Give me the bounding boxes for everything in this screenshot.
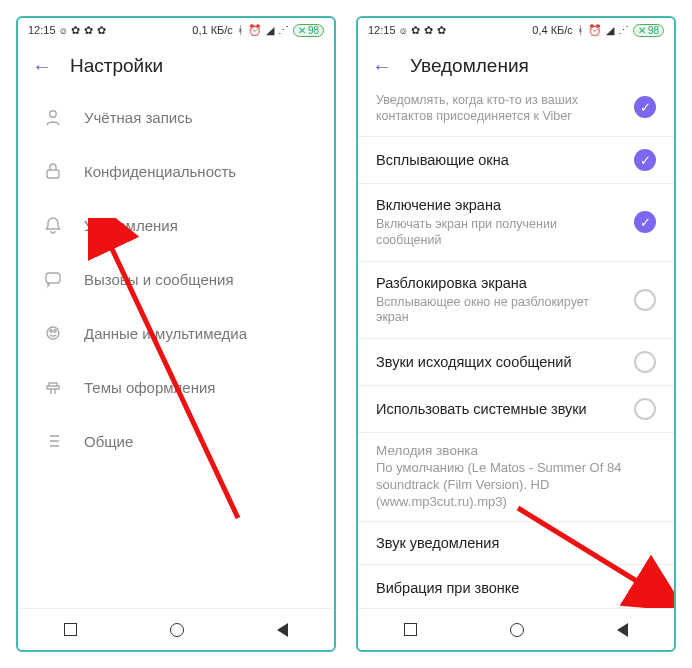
status-time: 12:15 — [368, 24, 396, 36]
status-bar: 12:15 ⌾ ✿ ✿ ✿ 0,4 КБ/с ᚼ ⏰ ◢ ⋰ ✕98 — [358, 18, 674, 42]
back-icon[interactable]: ← — [372, 56, 392, 76]
alarm-icon: ⏰ — [588, 24, 602, 37]
notif-item-sound[interactable]: Звук уведомления — [358, 521, 674, 565]
toggle-on-icon[interactable]: ✓ — [634, 96, 656, 118]
status-net: 0,4 КБ/с — [532, 24, 573, 36]
notif-sub: Уведомлять, когда кто-то из ваших контак… — [376, 93, 624, 124]
gear-icon: ✿ — [84, 24, 93, 37]
notif-item-popups[interactable]: Всплывающие окна ✓ — [358, 137, 674, 184]
settings-item-label: Данные и мультимедиа — [84, 325, 247, 342]
nav-home-icon[interactable] — [170, 623, 184, 637]
notif-sub: Всплывающее окно не разблокирует экран — [376, 295, 624, 326]
status-bar: 12:15 ⌾ ✿ ✿ ✿ 0,1 КБ/с ᚼ ⏰ ◢ ⋰ ✕98 — [18, 18, 334, 42]
alarm-icon: ⏰ — [248, 24, 262, 37]
svg-point-5 — [54, 330, 56, 332]
nav-recent-icon[interactable] — [404, 623, 417, 636]
settings-item-notifications[interactable]: Уведомления — [18, 198, 334, 252]
settings-item-account[interactable]: Учётная запись — [18, 90, 334, 144]
theme-icon — [42, 376, 64, 398]
account-icon — [42, 106, 64, 128]
notif-title: Разблокировка экрана — [376, 274, 624, 292]
wifi-icon: ⋰ — [278, 24, 289, 37]
ringtone-value[interactable]: По умолчанию (Le Matos - Summer Of 84 so… — [358, 460, 674, 521]
settings-item-label: Уведомления — [84, 217, 178, 234]
settings-item-general[interactable]: Общие — [18, 414, 334, 468]
notif-title: Всплывающие окна — [376, 151, 624, 169]
notif-title: Звук уведомления — [376, 534, 656, 552]
toggle-off-icon[interactable] — [634, 398, 656, 420]
settings-item-label: Вызовы и сообщения — [84, 271, 234, 288]
list-icon — [42, 430, 64, 452]
toggle-off-icon[interactable] — [634, 351, 656, 373]
status-time: 12:15 — [28, 24, 56, 36]
bluetooth-icon: ᚼ — [577, 24, 584, 36]
svg-point-3 — [47, 327, 59, 339]
notif-item-contact-joined[interactable]: Уведомлять, когда кто-то из ваших контак… — [358, 90, 674, 137]
notif-sub: Включать экран при получении сообщений — [376, 217, 624, 248]
nav-recent-icon[interactable] — [64, 623, 77, 636]
battery-indicator: ✕98 — [293, 24, 324, 37]
gear-icon: ✿ — [437, 24, 446, 37]
android-navbar — [358, 608, 674, 650]
notif-item-outgoing-sounds[interactable]: Звуки исходящих сообщений — [358, 339, 674, 386]
toggle-off-icon[interactable] — [634, 289, 656, 311]
toggle-on-icon[interactable]: ✓ — [634, 149, 656, 171]
nav-back-icon[interactable] — [617, 623, 628, 637]
bell-icon — [42, 214, 64, 236]
notif-title: Включение экрана — [376, 196, 624, 214]
gear-icon: ✿ — [411, 24, 420, 37]
signal-icon: ◢ — [266, 24, 274, 37]
settings-item-media[interactable]: Данные и мультимедиа — [18, 306, 334, 360]
page-title: Настройки — [70, 55, 163, 77]
bluetooth-icon: ᚼ — [237, 24, 244, 36]
nav-back-icon[interactable] — [277, 623, 288, 637]
notif-item-vibrate[interactable]: Вибрация при звонке ✓ — [358, 565, 674, 608]
svg-rect-1 — [47, 170, 59, 178]
phone-right: 12:15 ⌾ ✿ ✿ ✿ 0,4 КБ/с ᚼ ⏰ ◢ ⋰ ✕98 ← Уве… — [356, 16, 676, 652]
signal-icon: ◢ — [606, 24, 614, 37]
notif-item-unlock[interactable]: Разблокировка экрана Всплывающее окно не… — [358, 262, 674, 339]
battery-indicator: ✕98 — [633, 24, 664, 37]
notif-title: Вибрация при звонке — [376, 579, 624, 597]
svg-point-4 — [50, 330, 52, 332]
gear-icon: ✿ — [97, 24, 106, 37]
toggle-on-icon[interactable]: ✓ — [634, 577, 656, 599]
settings-item-label: Общие — [84, 433, 133, 450]
settings-item-label: Темы оформления — [84, 379, 215, 396]
settings-item-label: Учётная запись — [84, 109, 193, 126]
ringtone-header: Мелодия звонка — [358, 433, 674, 460]
settings-item-themes[interactable]: Темы оформления — [18, 360, 334, 414]
svg-point-0 — [50, 111, 56, 117]
appbar: ← Настройки — [18, 42, 334, 90]
settings-item-calls[interactable]: Вызовы и сообщения — [18, 252, 334, 306]
gear-icon: ✿ — [424, 24, 433, 37]
lock-icon — [42, 160, 64, 182]
page-title: Уведомления — [410, 55, 529, 77]
chat-icon — [42, 268, 64, 290]
settings-item-label: Конфиденциальность — [84, 163, 236, 180]
gear-icon: ✿ — [71, 24, 80, 37]
nav-home-icon[interactable] — [510, 623, 524, 637]
notifications-list: Уведомлять, когда кто-то из ваших контак… — [358, 90, 674, 608]
svg-rect-2 — [46, 273, 60, 283]
notif-title: Звуки исходящих сообщений — [376, 353, 624, 371]
notif-item-screenon[interactable]: Включение экрана Включать экран при полу… — [358, 184, 674, 261]
whatsapp-icon: ⌾ — [400, 24, 407, 36]
status-net: 0,1 КБ/с — [192, 24, 233, 36]
media-icon — [42, 322, 64, 344]
settings-list: Учётная запись Конфиденциальность Уведом… — [18, 90, 334, 608]
settings-item-privacy[interactable]: Конфиденциальность — [18, 144, 334, 198]
appbar: ← Уведомления — [358, 42, 674, 90]
notif-item-system-sounds[interactable]: Использовать системные звуки — [358, 386, 674, 433]
wifi-icon: ⋰ — [618, 24, 629, 37]
notif-title: Использовать системные звуки — [376, 400, 624, 418]
back-icon[interactable]: ← — [32, 56, 52, 76]
android-navbar — [18, 608, 334, 650]
whatsapp-icon: ⌾ — [60, 24, 67, 36]
phone-left: 12:15 ⌾ ✿ ✿ ✿ 0,1 КБ/с ᚼ ⏰ ◢ ⋰ ✕98 ← Нас… — [16, 16, 336, 652]
toggle-on-icon[interactable]: ✓ — [634, 211, 656, 233]
